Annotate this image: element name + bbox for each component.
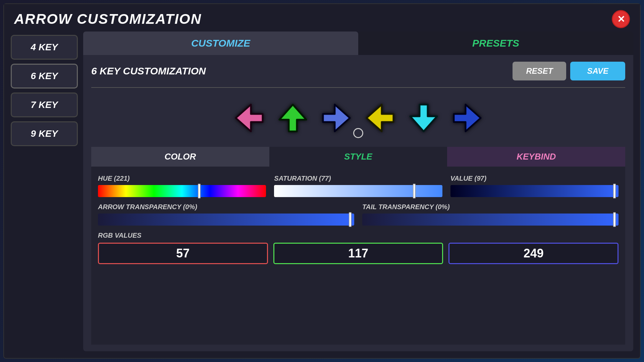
- save-button[interactable]: Save: [570, 62, 625, 80]
- arrow-transparency-thumb[interactable]: [349, 212, 352, 227]
- svg-marker-2: [323, 105, 350, 131]
- modal-body: 4 Key 6 Key 7 Key 9 Key Customize Preset…: [4, 32, 640, 358]
- title-bar: Arrow Customization ✕: [4, 4, 640, 32]
- modal-title: Arrow Customization: [14, 11, 202, 27]
- arrow-1[interactable]: [232, 101, 266, 135]
- arrow-4[interactable]: [363, 101, 397, 135]
- close-button[interactable]: ✕: [612, 10, 630, 28]
- slider-row-2: Arrow Transparency (0%) Tail Transparenc…: [98, 203, 619, 226]
- svg-marker-3: [367, 105, 393, 131]
- rgb-inputs: 57 117 249: [98, 243, 619, 264]
- sub-tab-style[interactable]: Style: [269, 147, 447, 167]
- arrow-2[interactable]: [276, 101, 310, 135]
- svg-marker-0: [236, 105, 263, 131]
- reset-button[interactable]: Reset: [513, 62, 566, 80]
- slider-row-1: Hue (221) Saturation (77): [98, 175, 619, 197]
- hue-label: Hue (221): [98, 175, 266, 182]
- hue-thumb[interactable]: [198, 184, 201, 198]
- hue-slider[interactable]: [98, 185, 266, 197]
- header-buttons: Reset Save: [513, 62, 625, 80]
- rgb-section: RGB Values 57 117 249: [98, 232, 619, 264]
- arrow-6[interactable]: [450, 101, 484, 135]
- saturation-slider[interactable]: [274, 185, 442, 197]
- value-label: Value (97): [450, 175, 619, 182]
- rgb-g-input[interactable]: 117: [273, 243, 443, 264]
- svg-marker-5: [454, 105, 481, 131]
- arrow-transparency-group: Arrow Transparency (0%): [98, 203, 354, 226]
- sidebar-item-7key[interactable]: 7 Key: [11, 93, 78, 117]
- rgb-r-input[interactable]: 57: [98, 243, 268, 264]
- tail-transparency-label: Tail Transparency (0%): [362, 203, 619, 211]
- rgb-label: RGB Values: [98, 232, 619, 239]
- value-thumb[interactable]: [613, 184, 616, 198]
- sub-tab-keybind[interactable]: Keybind: [447, 147, 625, 167]
- sub-tab-color[interactable]: Color: [91, 147, 269, 167]
- tail-transparency-group: Tail Transparency (0%): [362, 203, 619, 226]
- selector-ring: [353, 128, 363, 138]
- divider: [91, 87, 625, 88]
- tab-bar: Customize Presets: [83, 32, 633, 55]
- main-content: Customize Presets 6 Key Customization Re…: [83, 32, 633, 351]
- sidebar-item-6key[interactable]: 6 Key: [11, 64, 78, 88]
- arrow-transparency-slider[interactable]: [98, 214, 354, 226]
- saturation-group: Saturation (77): [274, 175, 442, 197]
- tail-transparency-thumb[interactable]: [613, 212, 616, 227]
- svg-marker-1: [279, 105, 306, 131]
- arrow-display: [91, 95, 625, 141]
- sidebar-item-4key[interactable]: 4 Key: [11, 35, 78, 60]
- value-group: Value (97): [450, 175, 619, 197]
- svg-marker-4: [410, 105, 437, 131]
- sidebar-item-9key[interactable]: 9 Key: [11, 121, 78, 146]
- tab-customize[interactable]: Customize: [83, 32, 358, 55]
- sidebar: 4 Key 6 Key 7 Key 9 Key: [11, 32, 78, 351]
- content-panel: 6 Key Customization Reset Save: [83, 55, 633, 351]
- value-slider[interactable]: [450, 185, 619, 197]
- modal-window: Arrow Customization ✕ 4 Key 6 Key 7 Key …: [3, 3, 641, 359]
- key-customization-title: 6 Key Customization: [91, 65, 206, 77]
- arrow-3[interactable]: [320, 101, 353, 135]
- saturation-thumb[interactable]: [413, 184, 416, 198]
- key-header: 6 Key Customization Reset Save: [91, 62, 625, 80]
- arrow-transparency-label: Arrow Transparency (0%): [98, 203, 354, 211]
- rgb-b-input[interactable]: 249: [448, 243, 619, 264]
- saturation-label: Saturation (77): [274, 175, 442, 182]
- tail-transparency-slider[interactable]: [362, 214, 619, 226]
- tab-presets[interactable]: Presets: [358, 32, 633, 55]
- hue-group: Hue (221): [98, 175, 266, 197]
- controls-panel: Hue (221) Saturation (77): [91, 167, 625, 345]
- sub-tabs: Color Style Keybind: [91, 147, 625, 167]
- arrow-5[interactable]: [407, 101, 440, 135]
